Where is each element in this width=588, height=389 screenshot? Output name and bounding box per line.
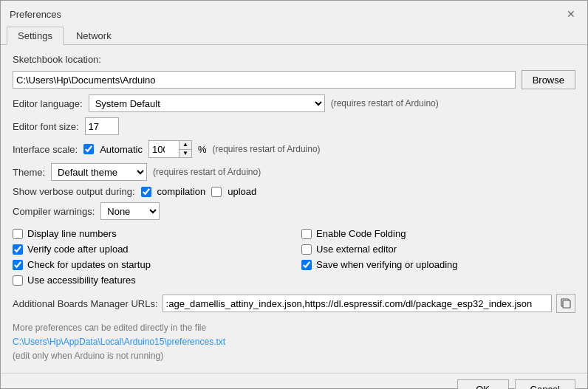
sketchbook-label: Sketchbook location: [13, 54, 101, 65]
checkbox-accessibility: Use accessibility features [13, 275, 287, 286]
settings-content: Sketchbook location: Browse Editor langu… [1, 45, 587, 373]
scale-input[interactable] [149, 141, 179, 157]
tab-bar: Settings Network [1, 26, 587, 45]
scale-spinner: ▲ ▼ [148, 140, 192, 158]
checkbox-external-editor: Use external editor [301, 244, 575, 255]
compilation-checkbox[interactable] [141, 187, 151, 197]
upload-checkbox[interactable] [211, 187, 222, 197]
enable-code-folding-label: Enable Code Folding [316, 228, 406, 239]
accessibility-label: Use accessibility features [27, 275, 136, 286]
theme-note: (requires restart of Arduino) [153, 167, 261, 177]
close-button[interactable]: ✕ [564, 7, 578, 21]
sketchbook-row: Sketchbook location: [13, 54, 575, 65]
ok-button[interactable]: OK [457, 379, 509, 389]
info-section: More preferences can be edited directly … [13, 321, 575, 364]
checkbox-check-updates: Check for updates on startup [13, 259, 287, 270]
upload-label: upload [228, 186, 256, 197]
interface-scale-row: Interface scale: Automatic ▲ ▼ % (requir… [13, 140, 575, 158]
bottom-bar: OK Cancel [1, 373, 587, 389]
editor-font-input[interactable] [85, 117, 119, 135]
check-updates-checkbox[interactable] [13, 260, 23, 270]
checkbox-enable-code-folding: Enable Code Folding [301, 228, 575, 239]
display-line-numbers-label: Display line numbers [27, 228, 117, 239]
checkbox-display-line-numbers: Display line numbers [13, 228, 287, 239]
verify-code-label: Verify code after upload [27, 244, 129, 255]
theme-row: Theme: Default theme (requires restart o… [13, 163, 575, 181]
tab-settings[interactable]: Settings [7, 27, 64, 45]
editor-font-row: Editor font size: [13, 117, 575, 135]
display-line-numbers-checkbox[interactable] [13, 229, 23, 239]
sketchbook-input[interactable] [13, 71, 516, 89]
save-verifying-checkbox[interactable] [301, 260, 312, 270]
checkboxes-grid: Display line numbers Enable Code Folding… [13, 228, 575, 286]
additional-urls-row: Additional Boards Manager URLs: [13, 294, 575, 313]
editor-language-select[interactable]: System Default [89, 94, 325, 112]
check-updates-label: Check for updates on startup [27, 259, 151, 270]
browse-button[interactable]: Browse [522, 70, 575, 89]
checkbox-verify-code: Verify code after upload [13, 244, 287, 255]
interface-scale-note: (requires restart of Arduino) [213, 144, 321, 154]
enable-code-folding-checkbox[interactable] [301, 229, 312, 239]
compilation-label: compilation [157, 186, 206, 197]
save-verifying-label: Save when verifying or uploading [316, 259, 458, 270]
editor-language-label: Editor language: [13, 98, 83, 109]
verbose-row: Show verbose output during: compilation … [13, 186, 575, 197]
editor-language-row: Editor language: System Default (require… [13, 94, 575, 112]
additional-urls-label: Additional Boards Manager URLs: [13, 298, 158, 309]
tab-network[interactable]: Network [65, 27, 123, 45]
editor-language-note: (requires restart of Arduino) [331, 98, 439, 109]
sketchbook-path-row: Browse [13, 70, 575, 89]
info-line1: More preferences can be edited directly … [13, 321, 575, 335]
scale-unit: % [198, 144, 207, 155]
verbose-label: Show verbose output during: [13, 186, 135, 197]
svg-rect-1 [563, 300, 570, 308]
info-line3: (edit only when Arduino is not running) [13, 349, 575, 363]
interface-scale-auto-checkbox[interactable] [83, 144, 94, 154]
preferences-file-link[interactable]: C:\Users\Hp\AppData\Local\Arduino15\pref… [13, 337, 225, 347]
external-editor-checkbox[interactable] [301, 244, 312, 255]
editor-font-label: Editor font size: [13, 121, 79, 132]
additional-urls-input[interactable] [163, 295, 552, 312]
scale-up-button[interactable]: ▲ [180, 141, 191, 150]
spinner-arrows: ▲ ▼ [179, 141, 191, 157]
compiler-warnings-select[interactable]: None Default More All [100, 202, 160, 220]
verify-code-checkbox[interactable] [13, 244, 23, 255]
urls-icon-button[interactable] [556, 294, 575, 313]
interface-scale-label: Interface scale: [13, 144, 78, 155]
compiler-warnings-row: Compiler warnings: None Default More All [13, 202, 575, 220]
preferences-dialog: Preferences ✕ Settings Network Sketchboo… [0, 0, 588, 389]
compiler-warnings-label: Compiler warnings: [13, 206, 95, 217]
accessibility-checkbox[interactable] [13, 275, 23, 286]
external-editor-label: Use external editor [316, 244, 397, 255]
info-line2: C:\Users\Hp\AppData\Local\Arduino15\pref… [13, 335, 575, 349]
checkbox-save-verifying: Save when verifying or uploading [301, 259, 575, 270]
interface-scale-auto-label: Automatic [100, 144, 143, 155]
scale-down-button[interactable]: ▼ [180, 150, 191, 158]
theme-label: Theme: [13, 167, 45, 178]
theme-select[interactable]: Default theme [51, 163, 147, 181]
title-bar: Preferences ✕ [1, 1, 587, 26]
dialog-title: Preferences [10, 9, 61, 20]
cancel-button[interactable]: Cancel [515, 379, 575, 389]
